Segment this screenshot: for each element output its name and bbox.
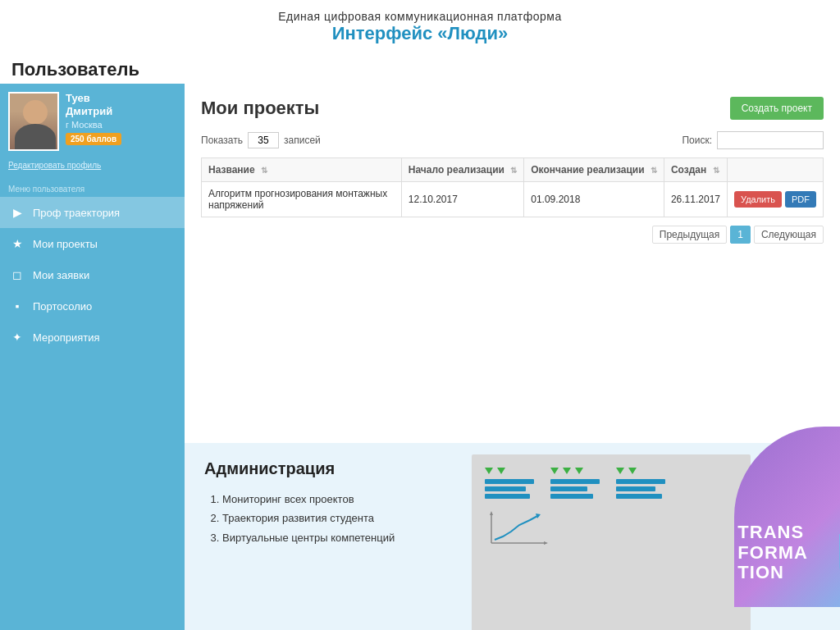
chart-icon-2: [550, 468, 600, 499]
project-actions: Удалить PDF: [728, 182, 824, 217]
star-icon: ★: [10, 236, 25, 251]
show-count-input[interactable]: [248, 132, 279, 148]
triangle-5: [575, 468, 583, 474]
triangle-row-2: [550, 468, 600, 474]
bar-chart-1: [485, 479, 534, 499]
page-header: Единая цифровая коммуникационная платфор…: [0, 0, 840, 51]
bar-6: [550, 494, 593, 499]
sidebar-item-events[interactable]: ✦ Мероприятия: [0, 322, 185, 353]
illustration-area: TRANS FORMA TION: [472, 443, 840, 630]
avatar: [8, 92, 59, 151]
projects-header: Мои проекты Создать проект: [201, 97, 824, 120]
edit-profile-link[interactable]: Редактировать профиль: [8, 161, 101, 170]
show-label: Показать: [201, 135, 243, 146]
user-last-name: Туев: [66, 92, 121, 105]
chart-box: [472, 454, 751, 630]
admin-section: Администрация Мониторинг всех проектов Т…: [185, 443, 472, 630]
search-label: Поиск:: [682, 135, 712, 146]
search-input[interactable]: [717, 131, 824, 149]
triangle-6: [616, 468, 624, 474]
bar-5: [550, 486, 587, 491]
user-points: 250 баллов: [66, 133, 121, 145]
user-info: Туев Дмитрий г Москва 250 баллов: [66, 92, 121, 145]
projects-table: Название ⇅ Начало реализации ⇅ Окончание…: [201, 158, 824, 217]
projects-section: Мои проекты Создать проект Показать запи…: [185, 84, 840, 443]
page-section-title: Пользователь: [0, 51, 840, 84]
projects-title: Мои проекты: [201, 98, 319, 119]
bar-4: [550, 479, 600, 484]
project-end: 01.09.2018: [524, 182, 664, 217]
profile-top: Туев Дмитрий г Москва 250 баллов: [8, 92, 121, 151]
triangle-row-1: [485, 468, 534, 474]
pdf-button[interactable]: PDF: [785, 191, 816, 208]
shield-icon: [833, 517, 840, 599]
sidebar-item-label: Проф траектория: [33, 207, 120, 219]
folder-icon: ▪: [10, 299, 25, 313]
user-profile: Туев Дмитрий г Москва 250 баллов Редакти…: [0, 84, 185, 178]
transform-text: TRANS FORMA TION: [737, 523, 808, 582]
bar-7: [616, 479, 665, 484]
triangle-2: [497, 468, 505, 474]
bar-8: [616, 486, 655, 491]
transformation-badge: TRANS FORMA TION: [751, 443, 840, 607]
header-subtitle: Единая цифровая коммуникационная платфор…: [0, 10, 840, 23]
bar-2: [485, 486, 526, 491]
search-area: Поиск:: [682, 131, 824, 149]
bar-9: [616, 494, 662, 499]
action-buttons: Удалить PDF: [734, 191, 816, 208]
records-label: записей: [284, 135, 321, 146]
prev-page-button[interactable]: Предыдущая: [652, 226, 727, 244]
sort-created-icon[interactable]: ⇅: [713, 166, 719, 175]
admin-list-item-3: Виртуальные центры компетенций: [222, 528, 452, 547]
content-area: Мои проекты Создать проект Показать запи…: [185, 84, 840, 630]
sidebar-item-label: Мои заявки: [33, 269, 89, 281]
main-layout: Туев Дмитрий г Москва 250 баллов Редакти…: [0, 84, 840, 630]
line-chart: [485, 509, 550, 550]
project-name: Алгоритм прогнозирования монтажных напря…: [202, 182, 402, 217]
page-1-button[interactable]: 1: [730, 226, 751, 244]
bar-chart-3: [616, 479, 665, 499]
user-city: г Москва: [66, 120, 121, 130]
create-project-button[interactable]: Создать проект: [730, 97, 824, 120]
sidebar: Туев Дмитрий г Москва 250 баллов Редакти…: [0, 84, 185, 630]
triangle-3: [550, 468, 559, 474]
delete-button[interactable]: Удалить: [734, 191, 782, 208]
table-row: Алгоритм прогнозирования монтажных напря…: [202, 182, 824, 217]
admin-list: Мониторинг всех проектов Траектория разв…: [204, 490, 452, 547]
triangle-7: [628, 468, 637, 474]
col-created: Создан ⇅: [664, 158, 727, 182]
col-actions: [728, 158, 824, 182]
col-start: Начало реализации ⇅: [401, 158, 523, 182]
project-start: 12.10.2017: [401, 182, 523, 217]
sidebar-menu-label: Меню пользователя: [0, 178, 185, 197]
events-icon: ✦: [10, 330, 25, 345]
chart-icon-1: [485, 468, 534, 499]
col-name: Название ⇅: [202, 158, 402, 182]
sort-end-icon[interactable]: ⇅: [651, 166, 657, 175]
project-created: 26.11.2017: [664, 182, 727, 217]
sort-name-icon[interactable]: ⇅: [261, 166, 267, 175]
sidebar-item-portfolio[interactable]: ▪ Портосолио: [0, 290, 185, 322]
arrow-right-icon: ▶: [10, 205, 25, 220]
bar-chart-2: [550, 479, 600, 499]
admin-list-item-2: Траектория развития студента: [222, 509, 452, 527]
triangle-row-3: [616, 468, 665, 474]
pagination: Предыдущая 1 Следующая: [201, 226, 824, 244]
bottom-area: Администрация Мониторинг всех проектов Т…: [185, 443, 840, 630]
show-records-control: Показать записей: [201, 132, 321, 148]
admin-title: Администрация: [204, 459, 452, 478]
sort-start-icon[interactable]: ⇅: [510, 166, 517, 175]
admin-list-item-1: Мониторинг всех проектов: [222, 490, 452, 509]
sidebar-item-prof[interactable]: ▶ Проф траектория: [0, 197, 185, 228]
triangle-4: [563, 468, 571, 474]
user-photo: [10, 94, 59, 151]
table-controls: Показать записей Поиск:: [201, 131, 824, 149]
sidebar-item-projects[interactable]: ★ Мои проекты: [0, 228, 185, 259]
square-icon: ◻: [10, 267, 25, 282]
sidebar-item-tasks[interactable]: ◻ Мои заявки: [0, 259, 185, 290]
next-page-button[interactable]: Следующая: [754, 226, 824, 244]
bar-3: [485, 494, 530, 499]
sidebar-item-label: Портосолио: [33, 300, 92, 313]
triangle-1: [485, 468, 493, 474]
chart-icons-row: [485, 468, 737, 499]
